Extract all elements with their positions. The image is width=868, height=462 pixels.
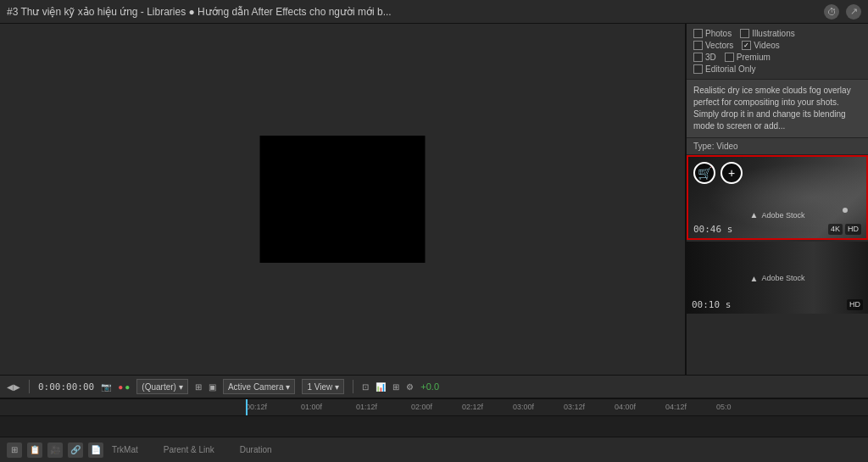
track-icons: ⊞ 📋 🎥 🔗 📄 xyxy=(7,443,103,458)
camera-icon[interactable]: 📷 xyxy=(101,382,111,392)
filter-row-1: Photos Illustrations xyxy=(693,29,861,38)
track-icon-2[interactable]: 📋 xyxy=(27,443,42,458)
filter-vectors[interactable]: Vectors xyxy=(693,41,733,50)
duration-2: 00:10 s xyxy=(692,299,731,310)
timeline-ruler: 00:12f 01:00f 01:12f 02:00f 02:12f 03:00… xyxy=(0,399,868,416)
stock-item-2-meta: 00:10 s HD xyxy=(692,299,863,310)
filter-editorial-row: Editorial Only xyxy=(693,64,861,74)
canvas-preview xyxy=(260,136,426,263)
timeline-track-area xyxy=(0,416,868,437)
track-icon-3[interactable]: 🎥 xyxy=(47,443,63,458)
filter-illustrations[interactable]: Illustrations xyxy=(740,29,795,38)
tick-0: 00:12f xyxy=(246,403,267,411)
tick-3: 02:00f xyxy=(411,403,432,411)
title-bar: #3 Thư viện kỹ xảo hiệu ứng - Libraries … xyxy=(0,0,868,24)
editorial-checkbox[interactable] xyxy=(693,64,703,74)
track-icon-5[interactable]: 📄 xyxy=(88,443,103,458)
filter-videos[interactable]: Videos xyxy=(742,41,779,50)
tick-5: 03:00f xyxy=(513,403,534,411)
adobe-stock-logo-1: ▲ Adobe Stock xyxy=(750,210,805,220)
stock-filters: Photos Illustrations Vectors Videos xyxy=(687,24,868,80)
tick-1: 01:00f xyxy=(301,403,322,411)
share-icon[interactable]: ↗ xyxy=(846,4,861,19)
title-icons: ⏱ ↗ xyxy=(824,4,861,19)
add-button[interactable]: + xyxy=(721,162,743,184)
play-controls[interactable]: ◀▶ xyxy=(7,382,20,392)
stock-item-1-actions: 🛒 + xyxy=(693,162,861,184)
stock-item-1-meta: 00:46 s 4K HD xyxy=(693,224,861,235)
view-dropdown[interactable]: 1 View ▾ xyxy=(302,379,344,394)
vectors-checkbox[interactable] xyxy=(693,41,703,50)
photos-checkbox[interactable] xyxy=(693,29,703,38)
chart-btn[interactable]: 📊 xyxy=(376,382,386,392)
illustrations-checkbox[interactable] xyxy=(740,29,749,38)
stock-item-1[interactable]: 🛒 + ▲ Adobe Stock 00:46 s 4K HD xyxy=(687,155,868,240)
badge-hd-2: HD xyxy=(847,299,863,310)
premium-checkbox[interactable] xyxy=(725,53,734,62)
timecode-display: 0:00:00:00 xyxy=(38,381,94,392)
color-icons[interactable]: ● ● xyxy=(118,382,130,392)
filter-row-3: 3D Premium xyxy=(693,53,861,62)
threed-checkbox[interactable] xyxy=(693,53,703,62)
main-area: Photos Illustrations Vectors Videos xyxy=(0,24,868,375)
badge-4k: 4K xyxy=(828,224,843,235)
tick-6: 03:12f xyxy=(564,403,585,411)
track-icon-4[interactable]: 🔗 xyxy=(68,443,83,458)
track-labels: TrkMat Parent & Link Duration xyxy=(112,445,861,454)
editorial-only-label: Editorial Only xyxy=(705,64,755,74)
sep-2 xyxy=(353,380,353,393)
window-title: #3 Thư viện kỹ xảo hiệu ứng - Libraries … xyxy=(7,6,824,18)
sep-1 xyxy=(29,380,30,393)
settings-btn[interactable]: ⚙ xyxy=(406,382,414,392)
safe-margins[interactable]: ▣ xyxy=(209,382,216,392)
quality-dropdown[interactable]: (Quarter) ▾ xyxy=(136,379,188,394)
videos-checkbox[interactable] xyxy=(742,41,751,50)
add-to-cart-button[interactable]: 🛒 xyxy=(693,162,715,184)
stock-description: Realistic dry ice smoke clouds fog overl… xyxy=(687,80,868,138)
duration-1: 00:46 s xyxy=(693,224,732,235)
render-btn[interactable]: ⊡ xyxy=(362,382,369,392)
parent-link-label: Parent & Link xyxy=(164,445,214,454)
type-label: Type: Video xyxy=(687,138,868,155)
duration-label: Duration xyxy=(240,445,272,454)
trkmat-label: TrkMat xyxy=(112,445,138,454)
stock-item-1-image: 🛒 + ▲ Adobe Stock 00:46 s 4K HD xyxy=(687,155,868,240)
layout-btn[interactable]: ⊞ xyxy=(392,382,399,392)
stock-item-2-image: ▲ Adobe Stock 00:10 s HD xyxy=(687,242,868,314)
tick-4: 02:12f xyxy=(462,403,483,411)
track-bar: ⊞ 📋 🎥 🔗 📄 TrkMat Parent & Link Duration xyxy=(0,437,868,462)
badges-1: 4K HD xyxy=(828,224,861,235)
tick-9: 05:0 xyxy=(716,403,732,411)
camera-dropdown[interactable]: Active Camera ▾ xyxy=(223,379,296,394)
filter-photos[interactable]: Photos xyxy=(693,29,732,38)
filter-premium[interactable]: Premium xyxy=(725,53,771,62)
track-icon-1[interactable]: ⊞ xyxy=(7,443,22,458)
filter-row-2: Vectors Videos xyxy=(693,41,861,50)
filter-3d[interactable]: 3D xyxy=(693,53,716,62)
tick-2: 01:12f xyxy=(356,403,377,411)
bottom-toolbar: ◀▶ 0:00:00:00 📷 ● ● (Quarter) ▾ ⊞ ▣ Acti… xyxy=(0,375,868,398)
timeline-area: 00:12f 01:00f 01:12f 02:00f 02:12f 03:00… xyxy=(0,398,868,437)
tick-8: 04:12f xyxy=(665,403,687,411)
playhead xyxy=(246,399,248,415)
badge-hd-1: HD xyxy=(845,224,861,235)
stock-item-2[interactable]: ▲ Adobe Stock 00:10 s HD xyxy=(687,242,868,314)
stock-results: 🛒 + ▲ Adobe Stock 00:46 s 4K HD xyxy=(687,155,868,375)
adobe-stock-logo-2: ▲ Adobe Stock xyxy=(750,273,805,282)
clock-icon[interactable]: ⏱ xyxy=(824,4,839,19)
plus-value: +0.0 xyxy=(420,381,439,392)
stock-panel: Photos Illustrations Vectors Videos xyxy=(686,24,868,375)
badges-2: HD xyxy=(847,299,863,310)
viewport xyxy=(0,24,686,375)
tick-7: 04:00f xyxy=(615,403,636,411)
grid-toggle[interactable]: ⊞ xyxy=(195,382,202,392)
